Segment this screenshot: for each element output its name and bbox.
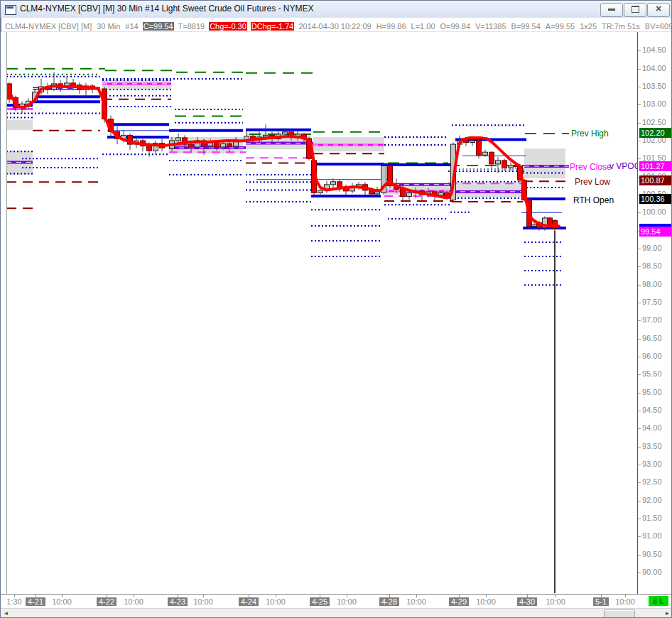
price-tick-label: 90.00 [642,568,662,576]
price-tick [638,573,641,573]
title-bar[interactable]: CLM4-NYMEX [CBV] [M] 30 Min #14 Light Sw… [1,1,672,18]
info-segment: L=1.00 [411,22,436,31]
bar-countdown-badge: 8 L [649,596,668,606]
price-tick-label: 95.50 [642,369,662,378]
price-tick-label: 91.50 [642,514,662,522]
price-tick [638,249,641,249]
info-segment: O=99.84 [440,22,472,31]
price-tick [638,536,641,537]
price-tick-label: 102.50 [642,118,666,126]
candle-body [318,190,323,193]
price-tick [638,465,641,465]
price-badge: 102.20 [639,128,672,138]
scroll-right-arrow-icon[interactable]: ► [662,609,672,618]
price-tick [638,141,641,141]
date-label: 5-1 [593,597,609,606]
info-segment: TR:7m 51s [601,22,641,31]
candle-body [439,193,444,196]
price-tick [638,303,641,303]
price-axis[interactable]: 104.50104.00103.50103.00102.50102.00101.… [637,32,672,594]
price-tick-label: 93.00 [642,460,662,468]
date-label: 4-28 [379,597,399,606]
price-tick-label: 104.00 [642,64,666,72]
candle-body [221,143,226,147]
level-label-v-vpoc: v VPOC [609,161,640,171]
info-bar: CLM4-NYMEX [CBV] [M]30 Min#14C=99.54T=88… [1,18,672,32]
close-icon: × [656,3,661,14]
horizontal-scrollbar[interactable]: ◄ ► [1,608,672,618]
restore-button[interactable] [624,3,646,17]
candle-body [509,166,514,168]
chart-canvas[interactable] [1,32,637,594]
info-segment: B=99.54 [511,22,541,31]
time-label: 10:00 [266,597,286,606]
price-tick [638,104,641,105]
chart-window: CLM4-NYMEX [CBV] [M] 30 Min #14 Light Sw… [0,0,672,618]
date-label: 4-25 [310,597,330,606]
minimize-button[interactable] [600,3,623,17]
info-segment: 2014-04-30 10:22:09 [298,22,372,31]
price-tick-label: 92.50 [642,477,662,486]
price-tick [638,339,641,340]
level-label-rth-open: RTH Open [573,195,614,205]
scroll-left-arrow-icon[interactable]: ◄ [1,609,11,618]
time-label: 10:00 [193,597,213,606]
price-tick-label: 99.00 [642,244,662,252]
candle-body [283,132,288,134]
info-segment: DChg=-1.74 [251,22,295,31]
date-label: 4-30 [517,597,537,606]
price-tick [638,266,641,267]
price-tick [638,123,641,124]
time-label: 1:30 [6,597,21,606]
price-tick [638,428,641,429]
price-tick [638,69,641,70]
date-label: 4-22 [97,597,116,606]
price-tick-label: 90.50 [642,550,662,558]
candle-body [464,141,469,143]
info-segment: H=99.86 [376,22,407,31]
app-icon [5,5,16,15]
candle-body [489,152,494,164]
date-label: 4-24 [239,597,259,606]
value-area-box [450,182,521,197]
date-label: 4-23 [168,597,188,606]
candle-body [477,141,482,155]
price-tick-label: 98.50 [642,261,662,270]
info-segment: C=99.54 [143,22,174,31]
candle-body [470,141,475,143]
price-tick-label: 103.50 [642,82,666,90]
close-button[interactable]: × [647,3,670,17]
candle-body [189,144,194,147]
price-tick [638,50,641,51]
value-area-box [6,120,33,130]
time-label: 10:00 [476,597,496,606]
chart-area[interactable]: Prev HighPrev Closev VPOCPrev LowRTH Ope… [1,32,637,594]
time-label: 10:00 [546,597,565,606]
info-segment: CLM4-NYMEX [CBV] [M] [4,22,92,31]
price-tick-label: 104.50 [642,45,666,54]
price-tick-label: 93.50 [642,442,662,450]
price-tick [638,285,641,286]
time-axis[interactable]: 1:304-2110:004-2210:004-2310:004-2410:00… [1,594,672,608]
price-tick-label: 98.00 [642,280,662,288]
price-tick [638,501,641,502]
candle-body [407,193,412,197]
candle-body [375,192,380,194]
price-tick [638,320,641,321]
price-badge: 100.87 [639,175,672,185]
candle-body [227,143,232,146]
info-segment: V=11385 [475,22,507,31]
price-tick-label: 95.00 [642,388,662,396]
price-tick-label: 103.00 [642,99,666,108]
info-segment: 30 Min [96,22,121,31]
date-label: 4-29 [449,597,469,606]
level-label-prev-low: Prev Low [575,177,610,187]
price-tick [638,555,641,555]
restore-icon [632,6,639,13]
price-tick [638,212,641,213]
time-label: 10:00 [337,597,357,606]
scrollbar-thumb[interactable] [604,609,635,618]
value-area-box [524,148,565,178]
price-tick [638,357,641,357]
price-tick-label: 100.00 [642,207,666,216]
